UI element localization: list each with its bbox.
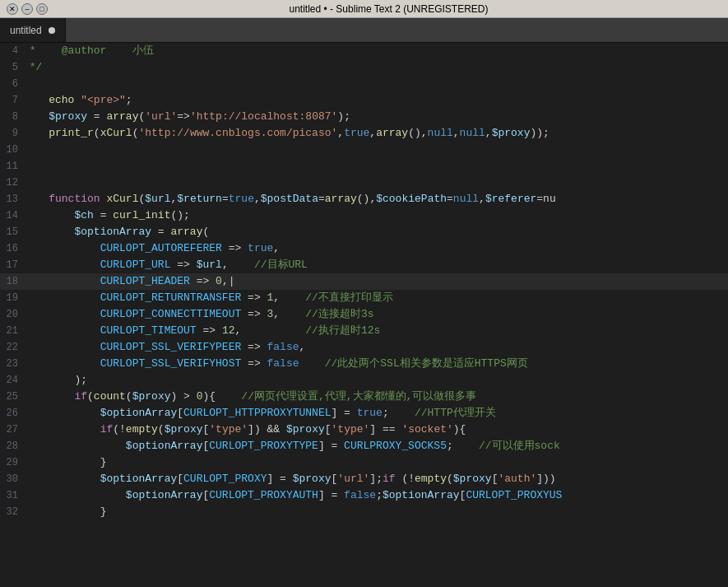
table-row: 16 CURLOPT_AUTOREFERER => true,: [0, 240, 728, 257]
table-row: 14 $ch = curl_init();: [0, 207, 728, 224]
table-row: 28 $optionArray[CURLOPT_PROXYTYPE] = CUR…: [0, 438, 728, 454]
window-controls[interactable]: ✕ – □: [7, 3, 48, 15]
table-row: 29 }: [0, 454, 728, 471]
table-row: 31 $optionArray[CURLOPT_PROXYAUTH] = fal…: [0, 487, 728, 504]
table-row: 9 print_r(xCurl('http://www.cnblogs.com/…: [0, 125, 728, 142]
table-row: 30 $optionArray[CURLOPT_PROXY] = $proxy[…: [0, 471, 728, 487]
table-row: 19 CURLOPT_RETURNTRANSFER => 1, //不直接打印显…: [0, 290, 728, 306]
table-row: 12: [0, 175, 728, 191]
table-row: 4 * @author 小伍: [0, 43, 728, 59]
table-row: 5 */: [0, 59, 728, 76]
table-row: 18 CURLOPT_HEADER => 0,|: [0, 273, 728, 290]
code-area: 4 * @author 小伍 5 */ 6 7 echo "<pre>"; 8 …: [0, 43, 728, 587]
table-row: 11: [0, 158, 728, 175]
table-row: 23 CURLOPT_SSL_VERIFYHOST => false //此处两…: [0, 356, 728, 372]
table-row: 6: [0, 76, 728, 92]
table-row: 24 );: [0, 372, 728, 389]
maximize-button[interactable]: □: [36, 3, 48, 15]
table-row: 17 CURLOPT_URL => $url, //目标URL: [0, 257, 728, 273]
table-row: 13 function xCurl($url,$return=true,$pos…: [0, 191, 728, 207]
table-row: 27 if(!empty($proxy['type']) && $proxy['…: [0, 422, 728, 438]
table-row: 7 echo "<pre>";: [0, 92, 728, 109]
minimize-button[interactable]: –: [21, 3, 33, 15]
table-row: 26 $optionArray[CURLOPT_HTTPPROXYTUNNEL]…: [0, 405, 728, 422]
tab-modified-indicator: [49, 27, 55, 34]
tab-bar: untitled: [0, 18, 728, 43]
table-row: 8 $proxy = array('url'=>'http://localhos…: [0, 109, 728, 125]
table-row: 25 if(count($proxy) > 0){ //网页代理设置,代理,大家…: [0, 389, 728, 405]
close-button[interactable]: ✕: [7, 3, 18, 15]
table-row: 10: [0, 142, 728, 158]
window-title: untitled • - Sublime Text 2 (UNREGISTERE…: [56, 3, 721, 15]
table-row: 21 CURLOPT_TIMEOUT => 12, //执行超时12s: [0, 323, 728, 339]
tab-label: untitled: [10, 25, 42, 36]
table-row: 20 CURLOPT_CONNECTTIMEOUT => 3, //连接超时3s: [0, 306, 728, 323]
tab-untitled[interactable]: untitled: [0, 18, 66, 42]
title-bar: ✕ – □ untitled • - Sublime Text 2 (UNREG…: [0, 0, 728, 18]
table-row: 15 $optionArray = array(: [0, 224, 728, 240]
code-editor[interactable]: 4 * @author 小伍 5 */ 6 7 echo "<pre>"; 8 …: [0, 43, 728, 587]
table-row: 22 CURLOPT_SSL_VERIFYPEER => false,: [0, 339, 728, 356]
table-row: 32 }: [0, 504, 728, 520]
